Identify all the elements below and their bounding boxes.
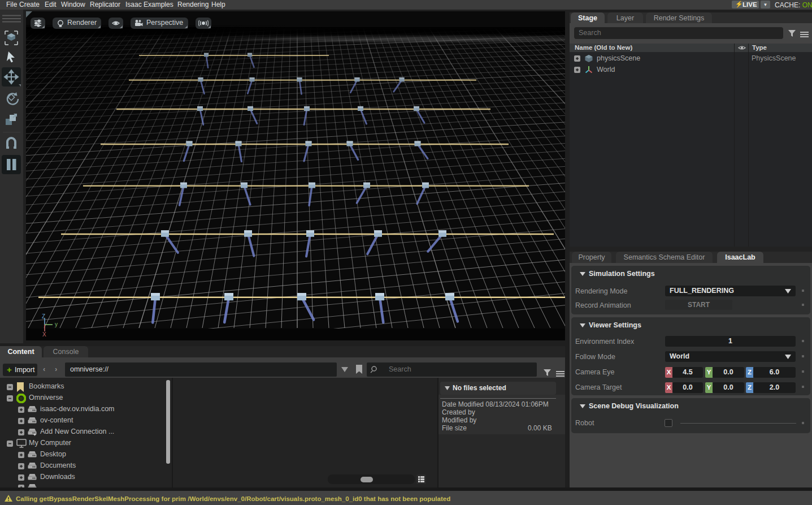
svg-text:y: y: [55, 321, 58, 327]
svg-text:X: X: [42, 331, 46, 338]
svg-text:Z: Z: [42, 313, 45, 320]
